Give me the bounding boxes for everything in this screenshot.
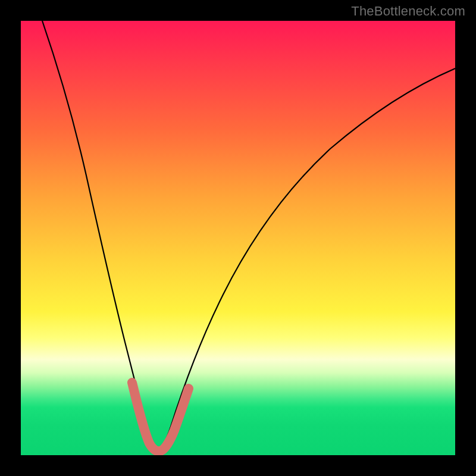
curve-path <box>42 21 455 449</box>
chart-frame: TheBottleneck.com <box>0 0 476 476</box>
curve-highlight <box>132 383 189 451</box>
watermark-text: TheBottleneck.com <box>351 4 465 19</box>
bottleneck-curve <box>21 21 455 455</box>
plot-area <box>21 21 455 455</box>
